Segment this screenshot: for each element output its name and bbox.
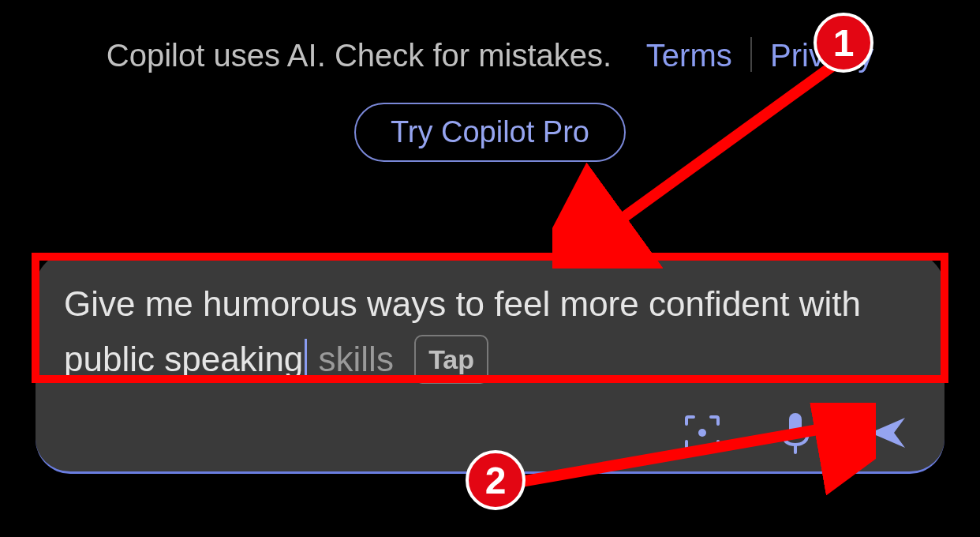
svg-rect-1: [789, 413, 802, 437]
send-icon[interactable]: [867, 411, 910, 454]
chat-input-text[interactable]: Give me humorous ways to feel more confi…: [64, 276, 916, 388]
text-cursor: [305, 339, 307, 380]
annotation-badge-2: 2: [466, 450, 526, 510]
input-action-row: [681, 411, 910, 454]
microphone-icon[interactable]: [774, 411, 817, 454]
annotation-badge-1: 1: [814, 13, 873, 73]
chat-input-container[interactable]: Give me humorous ways to feel more confi…: [36, 253, 944, 474]
camera-icon[interactable]: [681, 411, 724, 454]
svg-point-0: [698, 429, 706, 437]
link-divider: [750, 37, 752, 72]
suggestion-text: skills: [309, 340, 394, 378]
svg-line-3: [608, 63, 836, 229]
tap-suggestion-chip[interactable]: Tap: [414, 335, 488, 384]
disclaimer-text: Copilot uses AI. Check for mistakes.: [107, 38, 612, 73]
terms-link[interactable]: Terms: [646, 38, 732, 73]
try-copilot-pro-button[interactable]: Try Copilot Pro: [354, 103, 626, 162]
